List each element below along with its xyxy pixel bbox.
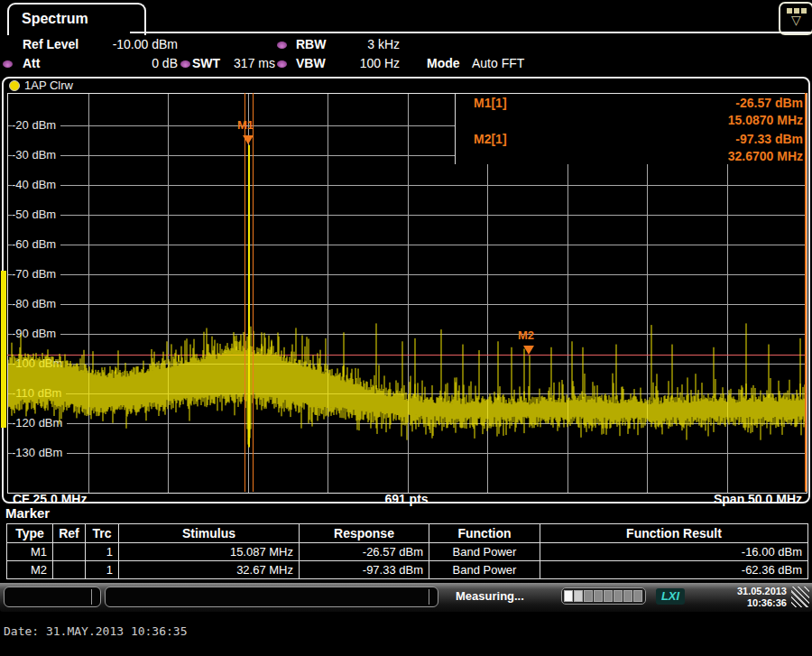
tab-spectrum[interactable]: Spectrum xyxy=(7,3,146,35)
marker-m2-triangle-icon[interactable] xyxy=(523,346,534,355)
table-row: M2132.67 MHz-97.33 dBmBand Power-62.36 d… xyxy=(7,560,807,578)
sweep-points-label: 691 pts xyxy=(7,492,806,506)
table-cell: Band Power xyxy=(429,561,540,578)
marker-m2-label[interactable]: M2 xyxy=(518,328,534,342)
ref-level-label[interactable]: Ref Level xyxy=(23,37,78,51)
table-cell: -97.33 dBm xyxy=(300,561,429,578)
progress-segment xyxy=(594,590,603,602)
table-header-cell: Stimulus xyxy=(119,524,300,542)
progress-segment xyxy=(564,590,573,602)
rbw-led-icon xyxy=(277,42,287,49)
table-header-cell: Function xyxy=(429,524,540,542)
table-header-cell: Trc xyxy=(86,524,119,542)
resize-grip-icon xyxy=(791,587,809,607)
rbw-value[interactable]: 3 kHz xyxy=(334,37,400,51)
mode-value[interactable]: Auto FFT xyxy=(472,56,524,70)
vbw-led-icon xyxy=(277,60,287,68)
mode-label[interactable]: Mode xyxy=(427,56,460,70)
table-header-cell: Ref xyxy=(53,524,86,542)
swt-value[interactable]: 317 ms xyxy=(226,56,275,70)
onscreen-keyboard-button[interactable]: ▽ xyxy=(779,2,812,35)
progress-segment xyxy=(614,590,623,602)
table-cell: -62.36 dBm xyxy=(540,561,807,578)
table-cell: -26.57 dBm xyxy=(300,543,429,560)
table-header-cell: Function Result xyxy=(540,524,807,542)
marker-m2-frequency: 32.6700 MHz xyxy=(456,149,806,163)
spectrum-analyzer-screen: Spectrum ▽ Ref Level -10.00 dBm RBW 3 kH… xyxy=(0,0,812,656)
table-cell: 15.087 MHz xyxy=(119,543,300,560)
graph-footer: CF 25.0 MHz 691 pts Span 50.0 MHz xyxy=(7,492,806,504)
screenshot-date-text: Date: 31.MAY.2013 10:36:35 xyxy=(4,624,188,638)
status-datetime: 31.05.2013 10:36:36 xyxy=(687,586,787,609)
span-label[interactable]: Span 50.0 MHz xyxy=(714,492,802,506)
swt-led-icon xyxy=(180,60,190,68)
table-cell xyxy=(53,543,86,560)
marker-section-title: Marker xyxy=(5,505,50,521)
att-label[interactable]: Att xyxy=(23,56,40,70)
lxi-icon: LXI xyxy=(656,588,685,605)
marker-table: TypeRefTrcStimulusResponseFunctionFuncti… xyxy=(6,523,808,579)
band-power-line xyxy=(805,93,807,492)
swt-label[interactable]: SWT xyxy=(192,56,220,70)
marker-m1-frequency: 15.0870 MHz xyxy=(456,113,806,127)
table-cell: 32.67 MHz xyxy=(119,561,300,578)
status-date: 31.05.2013 xyxy=(687,586,787,597)
marker-m2-level: -97.33 dBm xyxy=(456,132,806,146)
chevron-down-icon: ▽ xyxy=(791,14,801,27)
progress-segment xyxy=(574,590,583,602)
marker-info-panel: M1[1] -26.57 dBm 15.0870 MHz M2[1] -97.3… xyxy=(456,94,806,164)
table-cell: Band Power xyxy=(429,543,540,560)
table-cell: M1 xyxy=(7,543,53,560)
softkey-slot-left[interactable] xyxy=(4,587,101,607)
status-time: 10:36:36 xyxy=(687,597,787,609)
vbw-label[interactable]: VBW xyxy=(296,56,326,70)
vbw-value[interactable]: 100 Hz xyxy=(334,56,400,70)
table-cell: 1 xyxy=(86,561,119,578)
tab-bar-divider xyxy=(130,32,812,33)
trace1-label[interactable]: 1AP Clrw xyxy=(24,79,73,92)
measuring-status-label: Measuring... xyxy=(456,589,524,603)
trace1-led-icon xyxy=(9,80,20,91)
ref-level-value[interactable]: -10.00 dBm xyxy=(90,37,178,51)
table-cell: 1 xyxy=(86,543,119,560)
progress-segment xyxy=(604,590,613,602)
table-cell xyxy=(53,561,86,578)
softkey-slot-center[interactable] xyxy=(105,587,438,607)
marker-m1-triangle-icon[interactable] xyxy=(243,135,254,144)
band-power-line xyxy=(253,93,254,492)
table-header-cell: Type xyxy=(7,524,53,542)
att-led-icon xyxy=(3,60,13,68)
rbw-label[interactable]: RBW xyxy=(296,37,326,51)
band-power-line xyxy=(245,93,245,492)
measurement-progress-bar xyxy=(561,587,646,605)
table-header-cell: Response xyxy=(300,524,429,542)
progress-segment xyxy=(633,590,642,602)
marker-m1-level: -26.57 dBm xyxy=(456,96,806,110)
marker-m1-label[interactable]: M1 xyxy=(237,118,254,132)
table-cell: -16.00 dBm xyxy=(540,543,807,560)
att-value[interactable]: 0 dB xyxy=(99,56,178,70)
table-cell: M2 xyxy=(7,561,53,578)
progress-segment xyxy=(584,590,593,602)
trace-edge-stripe xyxy=(1,271,6,428)
status-bar: Measuring... LXI 31.05.2013 10:36:36 xyxy=(0,583,812,612)
progress-segment xyxy=(623,590,632,602)
table-row: M1115.087 MHz-26.57 dBmBand Power-16.00 … xyxy=(7,542,807,560)
